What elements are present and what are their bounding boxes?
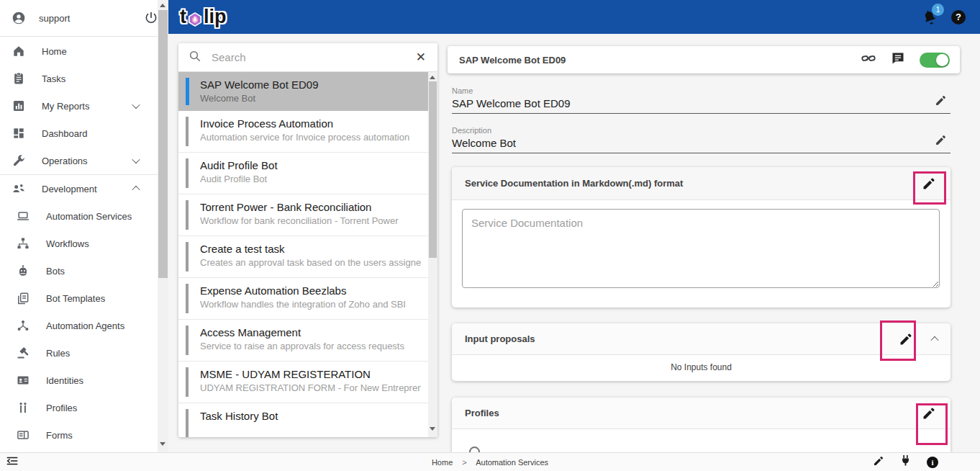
service-list-item[interactable]: Task History Bot <box>178 403 428 437</box>
workflows-icon <box>16 236 30 251</box>
service-list: SAP Welcome Bot ED09 Welcome Bot Invoice… <box>178 72 428 437</box>
profiles-header: Profiles <box>452 398 950 429</box>
selection-accent-bar <box>186 78 189 105</box>
search-input[interactable] <box>212 51 413 63</box>
documentation-section: Service Documentation in Markdown(.md) f… <box>452 167 950 308</box>
service-list-item[interactable]: MSME - UDYAM REGISTERATION UDYAM REGISTR… <box>178 362 428 403</box>
close-icon[interactable]: ✕ <box>413 50 429 65</box>
breadcrumb: Home > Automation Services <box>0 458 980 467</box>
username-label: support <box>39 13 144 24</box>
sidebar-item-forms[interactable]: Forms <box>0 421 158 449</box>
chevron-down-icon <box>132 156 140 163</box>
sidebar-item-rules[interactable]: Rules <box>0 339 158 367</box>
service-list-item[interactable]: Access Management Service to raise an ap… <box>178 320 428 362</box>
scroll-down-arrow[interactable] <box>430 427 435 431</box>
sidebar-item-automation-agents[interactable]: Automation Agents <box>0 312 158 339</box>
service-list-item[interactable]: Invoice Process Automation Automation se… <box>178 111 428 153</box>
notifications-button[interactable]: 1 <box>921 9 938 26</box>
scroll-down-arrow[interactable] <box>160 442 165 446</box>
tulip-logo[interactable]: t lip <box>180 6 227 28</box>
edit-documentation-button[interactable] <box>920 175 938 192</box>
empty-state-text: No Inputs found <box>452 355 950 372</box>
service-detail-panel: SAP Welcome Bot ED09 Name SAP Welcome Bo… <box>448 34 970 452</box>
documentation-textarea[interactable] <box>462 209 940 288</box>
automation-services-icon <box>16 209 30 223</box>
bot-templates-icon <box>16 291 30 305</box>
edit-profiles-button[interactable] <box>920 405 938 422</box>
help-button[interactable]: ? <box>951 10 966 24</box>
profiles-section: Profiles <box>452 398 950 452</box>
input-proposals-header: Input proposals <box>452 323 950 355</box>
sidebar-item-workflows[interactable]: Workflows <box>0 230 158 257</box>
operations-icon <box>12 153 26 168</box>
forms-icon <box>16 428 30 442</box>
sidebar-item-identities[interactable]: Identities <box>0 367 158 394</box>
identities-icon <box>16 373 30 387</box>
list-scrollbar[interactable] <box>428 72 437 437</box>
name-field[interactable]: Name SAP Welcome Bot ED09 <box>452 86 950 114</box>
bots-icon <box>16 264 30 278</box>
sidebar-scrollbar[interactable] <box>158 0 168 452</box>
user-panel: support <box>0 0 168 37</box>
name-label: Name <box>452 86 950 95</box>
sidebar-item-operations[interactable]: Operations <box>0 147 158 174</box>
main-content: ✕ SAP Welcome Bot ED09 Welcome Bot Invoi… <box>168 34 980 452</box>
sidebar-item-development[interactable]: Development <box>0 175 158 202</box>
dashboard-icon <box>12 126 26 140</box>
name-value: SAP Welcome Bot ED09 <box>452 97 950 109</box>
service-list-item[interactable]: Torrent Power - Bank Reconciliation Work… <box>178 194 428 236</box>
tulip-flower-icon <box>187 10 203 26</box>
reports-icon <box>12 99 26 113</box>
description-field[interactable]: Description Welcome Bot <box>452 126 950 153</box>
service-list-panel: ✕ SAP Welcome Bot ED09 Welcome Bot Invoi… <box>178 43 437 437</box>
chevron-down-icon <box>132 101 140 109</box>
service-list-item[interactable]: Expense Automation Beezlabs Workflow han… <box>178 278 428 320</box>
bottom-bar: Home > Automation Services i <box>0 452 980 471</box>
breadcrumb-current-page: Automation Services <box>476 458 548 467</box>
scroll-up-arrow[interactable] <box>430 76 435 79</box>
logout-power-button[interactable] <box>144 11 158 25</box>
breadcrumb-home-link[interactable]: Home <box>432 458 453 467</box>
collapse-section-chevron-icon[interactable] <box>930 336 938 344</box>
service-list-item[interactable]: SAP Welcome Bot ED09 Welcome Bot <box>178 72 428 111</box>
topbar: t lip 1 ? <box>168 0 980 34</box>
edit-input-proposals-button[interactable] <box>897 331 915 348</box>
status-toggle[interactable] <box>920 53 950 68</box>
sidebar-item-tasks[interactable]: Tasks <box>0 65 158 92</box>
sidebar-item-bot-templates[interactable]: Bot Templates <box>0 284 158 312</box>
toggle-knob <box>936 54 948 66</box>
edit-pencil-icon[interactable] <box>932 131 949 148</box>
documentation-header: Service Documentation in Markdown(.md) f… <box>452 167 950 200</box>
sidebar-item-dashboard[interactable]: Dashboard <box>0 120 158 147</box>
sidebar-item-home[interactable]: Home <box>0 37 158 65</box>
sidebar-item-bots[interactable]: Bots <box>0 257 158 284</box>
development-icon <box>12 181 26 196</box>
service-list-item[interactable]: Audit Profile Bot Audit Profile Bot <box>178 153 428 194</box>
scrollbar-thumb[interactable] <box>429 81 437 258</box>
service-list-item[interactable]: Create a test task Creates an approval t… <box>178 236 428 278</box>
sidebar-item-automation-services[interactable]: Automation Services <box>0 202 158 230</box>
search-icon <box>189 50 201 66</box>
automation-agents-icon <box>16 318 30 333</box>
description-value: Welcome Bot <box>452 137 950 149</box>
tasks-icon <box>12 71 26 86</box>
edit-pencil-icon[interactable] <box>932 91 949 109</box>
copy-link-icon[interactable] <box>861 50 876 69</box>
sidebar-item-profiles[interactable]: Profiles <box>0 394 158 421</box>
comments-icon[interactable] <box>891 51 905 68</box>
app-window: support Home Tasks My Reports Dashboard <box>0 0 980 471</box>
scrollbar-thumb[interactable] <box>158 10 168 278</box>
notification-badge: 1 <box>932 4 944 16</box>
scroll-up-arrow[interactable] <box>160 4 165 7</box>
avatar-icon <box>12 11 26 25</box>
sidebar: support Home Tasks My Reports Dashboard <box>0 0 168 452</box>
sidebar-item-my-reports[interactable]: My Reports <box>0 92 158 120</box>
description-label: Description <box>452 126 950 135</box>
rules-icon <box>16 346 30 360</box>
sidebar-nav: Home Tasks My Reports Dashboard Operatio… <box>0 37 158 449</box>
search-bar: ✕ <box>178 43 437 72</box>
input-proposals-section: Input proposals No Inputs found <box>452 323 950 381</box>
chevron-up-icon <box>132 186 140 194</box>
breadcrumb-separator: > <box>462 458 466 467</box>
detail-title: SAP Welcome Bot ED09 <box>459 55 861 66</box>
